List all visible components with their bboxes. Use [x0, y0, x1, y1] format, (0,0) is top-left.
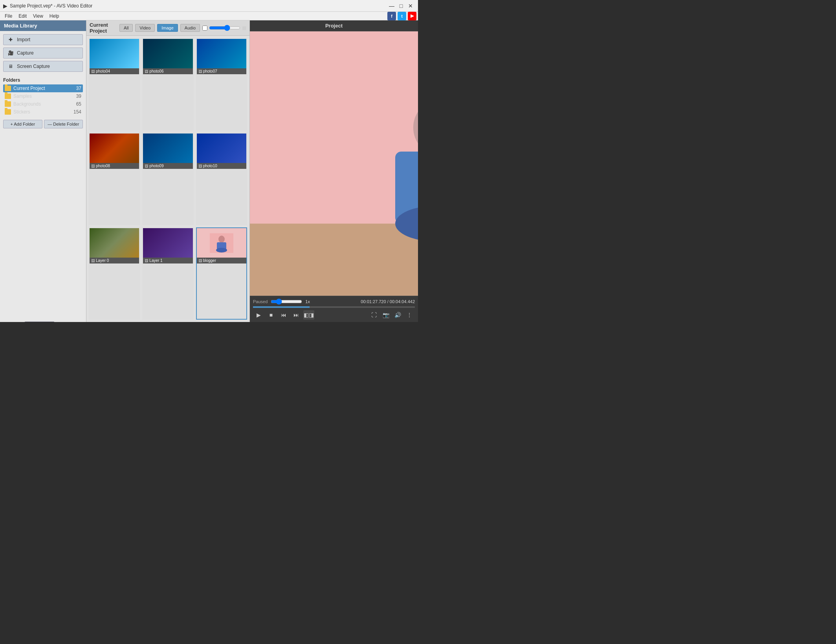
capture-icon: 🎥 [7, 50, 14, 56]
preview-video[interactable] [250, 31, 418, 296]
grid-checkbox[interactable] [202, 26, 207, 31]
titlebar-title: Sample Project.vep* - AVS Video Editor [10, 3, 92, 9]
toolbar-transitions[interactable]: ✦ Transitions [56, 322, 82, 322]
folder-item-stickers[interactable]: Stickers 154 [3, 108, 83, 116]
folder-item-samples[interactable]: Samples 39 [3, 92, 83, 100]
media-item-blogger[interactable]: 🖼 blogger [196, 227, 247, 320]
media-item-photo10[interactable]: 🖼 photo10 [196, 133, 247, 225]
folder-count: 154 [73, 109, 81, 115]
twitter-icon[interactable]: t [398, 12, 406, 20]
capture-button[interactable]: 🎥 Capture [3, 48, 83, 59]
stop-button[interactable]: ■ [266, 310, 277, 320]
media-type-icon: 🖼 [198, 164, 202, 168]
maximize-button[interactable]: □ [397, 2, 405, 10]
close-button[interactable]: ✕ [406, 2, 415, 10]
preview-panel-title: Project [250, 20, 418, 31]
toolbar-media-library[interactable]: 🎞 Media Library [24, 322, 55, 322]
titlebar-left: ▶ Sample Project.vep* - AVS Video Editor [3, 3, 92, 9]
folder-icon [5, 93, 11, 99]
media-item-layer0[interactable]: 🖼 Layer 0 [89, 227, 140, 320]
toolbar-projects[interactable]: 🎬 Projects [2, 322, 23, 322]
toolbar-text[interactable]: T Text [114, 322, 127, 322]
media-type-icon: 🖼 [91, 164, 95, 168]
app-icon: ▶ [3, 3, 7, 9]
filter-video[interactable]: Video [135, 24, 155, 32]
play-button[interactable]: ▶ [253, 310, 264, 320]
minimize-button[interactable]: — [387, 2, 396, 10]
titlebar-controls: — □ ✕ [387, 2, 415, 10]
menu-help[interactable]: Help [46, 13, 62, 20]
folder-item-backgrounds[interactable]: Backgrounds 65 [3, 100, 83, 108]
filter-image[interactable]: Image [157, 24, 178, 32]
preview-buttons: ▶ ■ ⏮ ⏭ ◧◨ ⛶ 📷 🔊 ⋮ [253, 310, 415, 320]
titlebar: ▶ Sample Project.vep* - AVS Video Editor… [0, 0, 418, 12]
filter-audio[interactable]: Audio [180, 24, 200, 32]
media-item-photo04[interactable]: 🖼 photo04 [89, 38, 140, 130]
media-item-photo08[interactable]: 🖼 photo08 [89, 133, 140, 225]
media-thumb [197, 228, 246, 258]
folder-actions: + Add Folder — Delete Folder [0, 117, 86, 131]
prev-frame-button[interactable]: ⏮ [278, 310, 289, 320]
media-type-icon: 🖼 [145, 70, 148, 73]
facebook-icon[interactable]: f [387, 12, 396, 20]
media-item-photo07[interactable]: 🖼 photo07 [196, 38, 247, 130]
media-thumb [90, 134, 139, 163]
next-frame-button[interactable]: ⏭ [291, 310, 302, 320]
media-item-label: Layer 0 [96, 258, 109, 263]
media-item-label: photo04 [96, 69, 110, 73]
speed-slider[interactable] [271, 298, 302, 305]
media-thumb [90, 39, 139, 68]
screenshot-button[interactable]: 📷 [380, 310, 391, 320]
folder-item-current-project[interactable]: Current Project 37 [3, 84, 83, 92]
menu-view[interactable]: View [30, 13, 46, 20]
toolbar-video-effects[interactable]: ★ Video Effects [83, 322, 112, 322]
media-item-photo06[interactable]: 🖼 photo06 [142, 38, 193, 130]
folder-count: 39 [76, 93, 81, 99]
screen-capture-button[interactable]: 🖥 Screen Capture [3, 61, 83, 72]
menu-edit[interactable]: Edit [15, 13, 30, 20]
media-item-label: photo10 [203, 164, 217, 168]
import-label: Import [17, 37, 30, 42]
media-type-icon: 🖼 [198, 259, 202, 263]
preview-extra-buttons: ⛶ 📷 🔊 ⋮ [368, 310, 415, 320]
folder-icon [5, 101, 11, 107]
preview-progress-bar-container[interactable] [253, 306, 415, 308]
folder-name: Backgrounds [13, 101, 76, 107]
media-thumb [143, 39, 192, 68]
delete-folder-button[interactable]: — Delete Folder [44, 120, 83, 128]
current-project-title: Current Project [90, 22, 114, 34]
current-time: 00:01:27.720 [361, 299, 386, 304]
menubar: File Edit View Help f t ▶ [0, 12, 418, 20]
fullscreen-button[interactable]: ⛶ [368, 310, 380, 320]
toolbar-voice[interactable]: 🎤 Voice [129, 322, 145, 322]
add-folder-button[interactable]: + Add Folder [3, 120, 42, 128]
capture-label: Capture [17, 50, 34, 56]
media-thumb [90, 228, 139, 258]
filter-all[interactable]: All [119, 24, 133, 32]
import-button[interactable]: ✚ Import [3, 34, 83, 45]
media-thumb [197, 39, 246, 68]
left-panel: Media Library ✚ Import 🎥 Capture 🖥 Scree… [0, 20, 86, 322]
menu-file[interactable]: File [2, 13, 15, 20]
toolbar-disc-menu[interactable]: ⊞ Disc Menu [147, 322, 171, 322]
folders-label: Folders [3, 77, 83, 83]
media-type-icon: 🖼 [91, 259, 95, 263]
media-item-photo09[interactable]: 🖼 photo09 [142, 133, 193, 225]
more-button[interactable]: ⋮ [404, 310, 415, 320]
import-icon: ✚ [7, 37, 14, 43]
media-type-icon: 🖼 [198, 70, 202, 73]
media-label: 🖼 Layer 1 [143, 258, 192, 263]
preview-status-text: Paused [253, 299, 268, 304]
media-item-layer1[interactable]: 🖼 Layer 1 [142, 227, 193, 320]
preview-time: 00:01:27.720 / 00:04:04.442 [361, 299, 415, 304]
preview-controls: Paused 1x 00:01:27.720 / 00:04:04.442 ▶ … [250, 296, 418, 322]
size-slider-area: ▦ [202, 25, 246, 31]
media-item-label: Layer 1 [149, 258, 162, 263]
size-slider[interactable] [209, 25, 240, 31]
volume-button[interactable]: 🔊 [392, 310, 403, 320]
playback-mode-button[interactable]: ◧◨ [303, 310, 314, 320]
preview-progress-fill [253, 306, 310, 308]
media-grid: 🖼 photo04 🖼 photo06 🖼 photo07 🖼 photo08 [86, 36, 249, 322]
media-label: 🖼 photo07 [197, 68, 246, 74]
youtube-icon[interactable]: ▶ [408, 12, 416, 20]
